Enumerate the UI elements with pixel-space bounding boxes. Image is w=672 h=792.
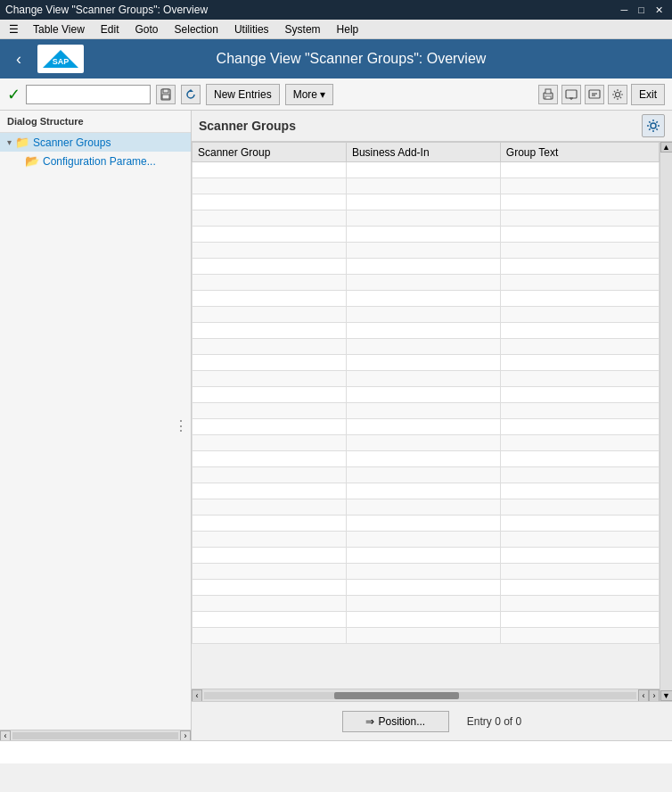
left-panel: Dialog Structure ▾ 📁 Scanner Groups 📂 Co… (0, 111, 192, 740)
table-row (193, 307, 660, 323)
tree-chevron-icon: ▾ (7, 137, 12, 147)
table-row (193, 355, 660, 371)
h-scroll-thumb[interactable] (334, 692, 459, 699)
svg-point-16 (615, 92, 619, 96)
menu-edit[interactable]: Edit (94, 21, 127, 37)
svg-rect-4 (163, 89, 168, 93)
more-button[interactable]: More ▾ (285, 84, 333, 105)
menu-selection[interactable]: Selection (168, 21, 225, 37)
table-row (193, 628, 660, 644)
scroll-right-arrow[interactable]: › (180, 730, 191, 741)
table-row (193, 227, 660, 243)
menu-table-view[interactable]: Table View (26, 21, 92, 37)
table-row (193, 210, 660, 227)
table-row (193, 451, 660, 467)
table-row (193, 435, 660, 451)
resize-handle[interactable]: ⋮ (174, 417, 189, 434)
restore-button[interactable]: □ (635, 4, 648, 16)
table-wrapper: Scanner Group Business Add-In Group Text (192, 142, 660, 689)
data-table: Scanner Group Business Add-In Group Text (192, 142, 660, 644)
table-row (193, 323, 660, 339)
h-scroll-right1[interactable]: ‹ (638, 689, 649, 702)
minimize-button[interactable]: ─ (618, 4, 632, 16)
refresh-icon[interactable] (181, 85, 201, 104)
dialog-structure-title: Dialog Structure (0, 111, 191, 133)
v-scroll-up[interactable]: ▲ (660, 142, 673, 153)
display-icon[interactable] (561, 85, 581, 104)
check-button[interactable]: ✓ (7, 85, 20, 104)
right-panel: Scanner Groups Scanner Group Business Ad… (192, 111, 672, 740)
tree-label-scanner-groups: Scanner Groups (33, 136, 111, 149)
table-row (193, 532, 660, 548)
save-icon[interactable] (156, 85, 176, 104)
table-row (193, 194, 660, 210)
svg-rect-9 (545, 96, 551, 99)
table-row (193, 596, 660, 612)
h-scroll-right2[interactable]: › (649, 689, 660, 702)
more-chevron-icon: ▾ (320, 88, 325, 101)
table-row (193, 419, 660, 435)
tree-item-scanner-groups[interactable]: ▾ 📁 Scanner Groups (0, 133, 191, 152)
scroll-left-arrow[interactable]: ‹ (0, 730, 11, 741)
table-row (193, 580, 660, 596)
tree-folder-config-icon: 📂 (25, 154, 39, 168)
right-panel-title: Scanner Groups (199, 119, 296, 133)
h-scroll-left[interactable]: ‹ (192, 689, 202, 702)
header-band: ‹ SAP Change View "Scanner Groups": Over… (0, 39, 672, 78)
back-button[interactable]: ‹ (11, 48, 27, 70)
table-row (193, 403, 660, 419)
table-row (193, 564, 660, 580)
main-content: Dialog Structure ▾ 📁 Scanner Groups 📂 Co… (0, 111, 672, 740)
table-row (193, 162, 660, 178)
table-scroll-area: Scanner Group Business Add-In Group Text (192, 142, 660, 701)
right-panel-header: Scanner Groups (192, 111, 672, 142)
gear-icon[interactable] (608, 85, 627, 104)
status-bar (0, 740, 672, 763)
tree-folder-icon: 📁 (15, 136, 29, 149)
position-button[interactable]: ⇒ Position... (342, 711, 449, 732)
svg-rect-5 (162, 95, 169, 99)
title-bar-controls: ─ □ ✕ (618, 4, 667, 16)
table-row (193, 499, 660, 516)
entry-count: Entry 0 of 0 (467, 715, 521, 728)
export-icon[interactable] (585, 85, 604, 104)
table-row (193, 178, 660, 194)
table-row (193, 516, 660, 532)
toolbar: ✓ New Entries More ▾ Exit (0, 78, 672, 111)
hamburger-icon[interactable]: ☰ (4, 21, 24, 37)
table-row (193, 339, 660, 355)
svg-marker-6 (188, 89, 193, 92)
menu-system[interactable]: System (278, 21, 328, 37)
toolbar-input[interactable] (26, 85, 151, 104)
col-business-addin: Business Add-In (346, 143, 500, 162)
table-row (193, 275, 660, 291)
table-row (193, 371, 660, 387)
table-row (193, 548, 660, 564)
close-button[interactable]: ✕ (652, 4, 667, 16)
tree-item-config-params[interactable]: 📂 Configuration Parame... (0, 152, 191, 170)
menu-goto[interactable]: Goto (128, 21, 166, 37)
svg-point-17 (651, 123, 656, 128)
title-bar-title: Change View "Scanner Groups": Overview (5, 4, 208, 16)
h-scroll-bar: ‹ ‹ › (192, 689, 660, 701)
header-title: Change View "Scanner Groups": Overview (94, 51, 608, 67)
table-row (193, 483, 660, 499)
exit-button[interactable]: Exit (631, 84, 665, 105)
table-settings-button[interactable] (642, 114, 665, 137)
table-row (193, 259, 660, 275)
sap-logo: SAP (37, 45, 84, 73)
table-row (193, 243, 660, 259)
table-row (193, 612, 660, 628)
col-group-text: Group Text (500, 143, 659, 162)
new-entries-button[interactable]: New Entries (206, 84, 280, 105)
menu-utilities[interactable]: Utilities (227, 21, 276, 37)
position-arrow-icon: ⇒ (365, 715, 374, 728)
table-row (193, 291, 660, 307)
v-scroll-down[interactable]: ▼ (660, 690, 673, 701)
menu-bar: ☰ Table View Edit Goto Selection Utiliti… (0, 20, 672, 39)
v-scroll-bar: ▲ ▼ (660, 142, 672, 701)
print-icon[interactable] (538, 85, 558, 104)
svg-rect-8 (545, 89, 551, 94)
table-and-scroll: Scanner Group Business Add-In Group Text (192, 142, 672, 701)
menu-help[interactable]: Help (330, 21, 366, 37)
